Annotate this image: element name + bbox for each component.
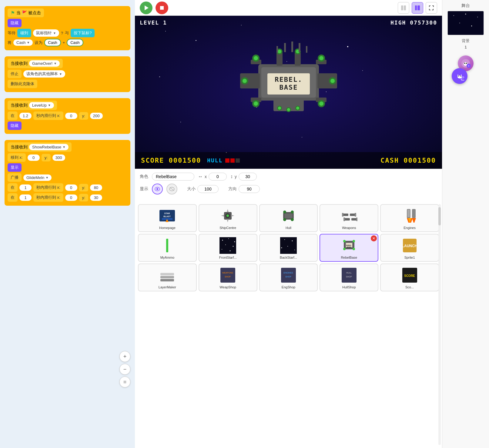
sprite-item-engines[interactable]: Engines <box>380 204 439 232</box>
svg-point-127 <box>459 23 460 23</box>
cash-val2: Cash <box>67 39 83 46</box>
display-label: 显示 <box>140 186 148 192</box>
sprite-item-engshop[interactable]: ENGINES SHOP EngShop <box>259 264 318 291</box>
dropdown-showrebelbase[interactable]: ShowRebelBase ▼ <box>29 144 69 150</box>
sprite-item-sprite1[interactable]: LAUNCH Sprite1 <box>380 234 439 262</box>
sprite-info-row-2: 显示 大小 方向 <box>140 184 437 194</box>
block-hide-2: 隐藏 <box>8 121 22 130</box>
hide-visibility-button[interactable] <box>166 184 177 194</box>
svg-point-106 <box>353 248 355 250</box>
layout-btn-1[interactable] <box>398 2 409 14</box>
x-input-3[interactable]: 0 <box>65 194 77 201</box>
block-broadcast: 广播 <box>8 173 22 182</box>
sprite-item-weapshop[interactable]: WEAPONS SHOP WeapShop <box>199 264 257 291</box>
svg-point-67 <box>283 218 286 221</box>
sprite-item-hullshop[interactable]: HULL SHOP HullShop <box>320 264 378 291</box>
svg-rect-33 <box>306 46 307 53</box>
scroll-track[interactable] <box>438 204 441 445</box>
size-input[interactable] <box>197 185 219 193</box>
svg-rect-112 <box>220 268 235 283</box>
dropdown-mouse[interactable]: 鼠标指针 ▼ <box>33 29 59 37</box>
dropdown-levelup[interactable]: LevelUp ▼ <box>29 102 54 108</box>
y-coord-input[interactable] <box>239 173 257 181</box>
time-input-2[interactable]: 1 <box>19 184 32 191</box>
x-input-2[interactable]: 0 <box>65 184 77 191</box>
glide-label-3: 秒内滑行到 x: <box>33 193 63 202</box>
sprite-item-frontstar[interactable]: FrontStarf... <box>199 234 257 262</box>
scroll-thumb[interactable] <box>438 207 441 225</box>
moveto-x[interactable]: 0 <box>28 154 40 161</box>
layout-icon-2 <box>414 5 420 11</box>
svg-point-88 <box>225 244 226 245</box>
hat-when-flag: ⚑ 当 🚩 被点击 <box>8 8 44 17</box>
receive-label-1: 当接收到 <box>11 61 28 66</box>
dropdown-cash1[interactable]: Cash ▼ <box>13 39 33 46</box>
direction-group: 方向 <box>228 185 260 193</box>
sprite-thumbnail-homepage: STAR BLAST <box>158 207 176 225</box>
svg-point-46 <box>330 79 335 83</box>
y-arrow-icon: ↕ <box>230 174 233 179</box>
fullscreen-button[interactable] <box>426 2 437 14</box>
svg-point-143 <box>460 76 461 77</box>
game-level-text: LEVEL 1 <box>140 19 167 26</box>
layout-btn-2[interactable] <box>412 2 423 14</box>
time-input-1[interactable]: 1.2 <box>19 113 32 119</box>
sprite-thumbnail-myammo <box>158 236 176 254</box>
green-flag-button[interactable] <box>140 2 152 14</box>
stage-thumbnail[interactable] <box>447 11 484 35</box>
score-text: SCORE 0001500 <box>141 157 201 164</box>
hat-label: 当 🚩 被点击 <box>16 10 41 16</box>
y-input-2[interactable]: 80 <box>90 184 102 191</box>
sprite-item-layermaker[interactable]: LayerMaker <box>138 264 197 291</box>
game-canvas: REBEL. BASE LEVEL 1 HIGH 07573 <box>135 16 442 169</box>
moveto-y[interactable]: 300 <box>52 154 65 161</box>
block-mouse-down: 按下鼠标? <box>71 29 95 37</box>
sprite-delete-button[interactable]: ✕ <box>371 235 377 241</box>
stop-button[interactable] <box>156 2 168 14</box>
add-sprite-button[interactable]: + <box>452 68 467 84</box>
zoom-fit-button[interactable]: = <box>119 377 130 387</box>
sprite-item-shipcentre[interactable]: ShipCentre <box>199 204 257 232</box>
x-input-1[interactable]: 0 <box>65 113 77 119</box>
dropdown-gameover[interactable]: GameOver! ▼ <box>29 60 60 67</box>
sprite-item-hull[interactable]: Hull <box>259 204 318 232</box>
sprite-item-score[interactable]: SCORE Sco... <box>380 264 439 291</box>
y-label-3: y: <box>79 194 88 201</box>
show-visibility-button[interactable] <box>152 184 163 194</box>
dropdown-other-scripts[interactable]: 该角色的其他脚本 ▼ <box>23 70 65 78</box>
direction-input[interactable] <box>239 185 260 193</box>
sprite-item-backstar[interactable]: BackStarf... <box>259 234 318 262</box>
sprite-thumbnail-backstar <box>279 236 297 254</box>
svg-rect-30 <box>291 41 293 52</box>
zoom-in-button[interactable]: + <box>119 351 130 362</box>
zoom-out-button[interactable]: − <box>119 364 130 375</box>
x-coord-input[interactable] <box>209 173 227 181</box>
y-input-3[interactable]: 30 <box>90 194 102 201</box>
code-panel: ⚑ 当 🚩 被点击 隐藏 等待 碰到 鼠标指针 ▼ ? 与 按下鼠标? 将 Ca… <box>0 0 135 448</box>
set-label: 将 <box>8 40 12 45</box>
sprite-thumbnail-sprite1: LAUNCH <box>400 236 419 254</box>
block-stop: 停止 <box>8 70 22 78</box>
sprite-item-myammo[interactable]: MyAmmo <box>138 234 197 262</box>
sprite-item-weapons[interactable]: Weapons <box>320 204 378 232</box>
svg-text:SHOP: SHOP <box>346 276 352 278</box>
svg-point-124 <box>454 15 454 16</box>
svg-rect-1 <box>160 6 164 10</box>
sprite-item-rebelbase[interactable]: ✕ REBEL. BASE RebelBase <box>320 234 378 262</box>
y-label-2: y: <box>79 184 88 191</box>
svg-point-86 <box>228 238 229 239</box>
svg-marker-59 <box>227 209 229 212</box>
star <box>180 122 181 122</box>
y-label: y <box>235 174 237 179</box>
svg-point-134 <box>466 63 467 64</box>
time-input-3[interactable]: 1 <box>19 194 32 201</box>
moveto-y-label: y: <box>42 154 51 161</box>
sprite-item-homepage[interactable]: STAR BLAST Homepage <box>138 204 197 232</box>
svg-rect-118 <box>342 268 357 283</box>
svg-text:+: + <box>462 78 464 81</box>
dropdown-glideme[interactable]: GlideMeIn ▼ <box>23 174 52 181</box>
sprite-name-input[interactable] <box>152 173 194 181</box>
svg-point-17 <box>254 101 258 106</box>
svg-rect-31 <box>299 43 300 52</box>
y-input-1[interactable]: 200 <box>90 113 103 119</box>
